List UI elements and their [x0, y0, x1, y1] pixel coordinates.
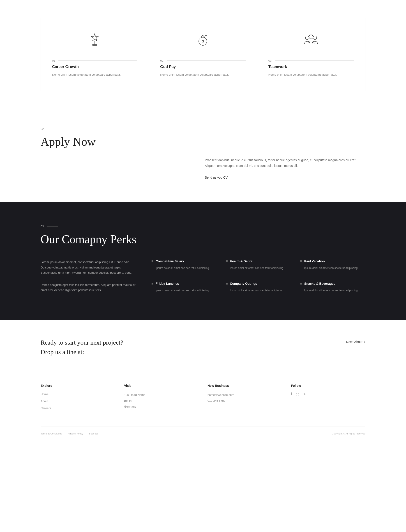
instagram-icon: ◎ — [296, 392, 299, 396]
perk-company-outings: Company Outings Ipsum dolor sit amet con… — [226, 282, 291, 293]
card-title: God Pay — [160, 65, 176, 69]
footer-visit-title: Visit — [124, 384, 198, 388]
footer-copyright: Copyright © All rights reserved — [332, 432, 365, 435]
perks-body: Lorem ipsum dolor sit amet, consectetuer… — [41, 259, 365, 293]
apply-body-text: Praesent dapibus, neque id cursus faucib… — [205, 157, 365, 169]
teamwork-icon — [303, 32, 319, 50]
perk-bullet-icon — [152, 260, 153, 262]
footer-address-line3: Germany — [124, 404, 198, 410]
card-title: Career Growth — [52, 65, 79, 69]
perks-section-num-line: 03 — [41, 225, 365, 228]
footer-address-line1: 105 Road Name — [124, 392, 198, 398]
perk-desc: Ipsum dolor sit amet con sec tetur adipi… — [152, 266, 217, 270]
footer-col-follow: Follow f ◎ 𝕏 — [291, 384, 365, 413]
perk-bullet-icon — [226, 283, 228, 285]
perk-desc: Ipsum dolor sit amet con sec tetur adipi… — [300, 288, 365, 293]
card-desc: Nemo enim ipsam voluptatem voluptears as… — [160, 72, 229, 77]
perk-desc: Ipsum dolor sit amet con sec tetur adipi… — [152, 288, 217, 293]
perk-title-row: Snacks & Beverages — [300, 282, 365, 285]
footer-privacy-link[interactable]: Privacy Policy — [68, 432, 83, 435]
social-icons: f ◎ 𝕏 — [291, 392, 365, 396]
footer-legal: Terms & Conditions | Privacy Policy | Si… — [41, 432, 100, 435]
perk-title-row: Paid Vacation — [300, 259, 365, 263]
apply-cv-link[interactable]: Send us you CV ↓ — [205, 175, 365, 180]
cards-section: 01 Career Growth Nemo enim ipsam volupta… — [0, 0, 406, 109]
footer-link-home[interactable]: Home — [41, 392, 115, 397]
apply-cv-link-label: Send us you CV — [205, 176, 228, 179]
footer-email: name@website.com — [208, 392, 282, 398]
apply-section: 02 Apply Now Praesent dapibus, neque id … — [0, 109, 406, 202]
perk-bullet-icon — [226, 260, 228, 262]
apply-right-col: Praesent dapibus, neque id cursus faucib… — [205, 157, 365, 180]
footer-address-line2: Berlin — [124, 398, 198, 404]
perk-desc: Ipsum dolor sit amet con sec tetur adipi… — [226, 288, 291, 293]
card-career-growth: 01 Career Growth Nemo enim ipsam volupta… — [41, 18, 149, 91]
cta-section: Ready to start your next project? Drop u… — [0, 320, 406, 370]
footer-link-careers[interactable]: Careers — [41, 406, 115, 411]
perk-title-row: Competitive Salary — [152, 259, 217, 263]
cta-line2: Drop us a line at: — [41, 347, 123, 357]
card-divider — [58, 60, 137, 61]
card-num-line: 02 — [160, 59, 245, 62]
card-divider — [167, 60, 246, 61]
perk-name: Company Outings — [230, 282, 257, 285]
footer-bottom: Terms & Conditions | Privacy Policy | Si… — [41, 427, 365, 440]
perks-extra-text: Donec nec justo eget felis facilisis fer… — [41, 282, 138, 293]
perk-title-row: Friday Lunches — [152, 282, 217, 285]
social-instagram-link[interactable]: ◎ — [296, 392, 299, 396]
apply-cv-link-arrow: ↓ — [229, 175, 231, 180]
perk-name: Paid Vacation — [304, 259, 325, 263]
svg-marker-0 — [91, 34, 98, 41]
perk-desc: Ipsum dolor sit amet con sec tetur adipi… — [300, 266, 365, 270]
footer-contact-info: name@website.com 012 345 6789 — [208, 392, 282, 404]
svg-rect-2 — [93, 45, 97, 45]
footer-sitemap-link[interactable]: Sitemap — [89, 432, 98, 435]
perks-section-divider — [47, 226, 58, 226]
perk-name: Health & Dental — [230, 259, 253, 263]
perk-bullet-icon — [152, 283, 153, 285]
card-num-line: 03 — [268, 59, 354, 62]
footer-col-explore: Explore Home About Careers — [41, 384, 115, 413]
perk-title-row: Health & Dental — [226, 259, 291, 263]
cta-next-arrow: ↓ — [364, 340, 365, 344]
footer-address: 105 Road Name Berlin Germany — [124, 392, 198, 410]
perk-friday-lunches: Friday Lunches Ipsum dolor sit amet con … — [152, 282, 217, 293]
perks-intro-text: Lorem ipsum dolor sit amet, consectetuer… — [41, 259, 138, 275]
apply-section-num: 02 — [41, 127, 44, 130]
card-title: Teamwork — [268, 65, 287, 69]
footer-follow-title: Follow — [291, 384, 365, 388]
cta-next-label: Next: About — [346, 340, 362, 344]
footer-separator-2: | — [87, 432, 88, 435]
card-num-line: 01 — [52, 59, 137, 62]
svg-text:$: $ — [202, 39, 204, 43]
card-number: 02 — [160, 59, 163, 62]
apply-section-num-line: 02 — [41, 127, 365, 130]
apply-body: Praesent dapibus, neque id cursus faucib… — [41, 157, 365, 180]
footer-explore-title: Explore — [41, 384, 115, 388]
career-growth-icon — [87, 32, 103, 50]
footer-columns: Explore Home About Careers Visit 105 Roa… — [41, 384, 365, 413]
social-facebook-link[interactable]: f — [291, 392, 292, 396]
card-desc: Nemo enim ipsam voluptatem voluptears as… — [52, 72, 121, 77]
cta-next-link[interactable]: Next: About ↓ — [346, 340, 365, 344]
apply-section-divider — [47, 129, 58, 129]
svg-point-8 — [313, 36, 317, 39]
footer-terms-link[interactable]: Terms & Conditions — [41, 432, 62, 435]
cards-grid: 01 Career Growth Nemo enim ipsam volupta… — [41, 18, 365, 91]
footer-new-business-title: New Business — [208, 384, 282, 388]
cta-text-block: Ready to start your next project? Drop u… — [41, 338, 123, 357]
svg-point-7 — [305, 36, 309, 39]
god-pay-icon: $ — [195, 32, 211, 50]
perks-grid: Competitive Salary Ipsum dolor sit amet … — [152, 259, 365, 293]
footer-phone: 012 345 6789 — [208, 398, 282, 404]
card-number: 01 — [52, 59, 55, 62]
social-twitter-link[interactable]: 𝕏 — [303, 392, 306, 396]
perk-name: Snacks & Beverages — [304, 282, 335, 285]
perk-paid-vacation: Paid Vacation Ipsum dolor sit amet con s… — [300, 259, 365, 270]
card-divider — [275, 60, 354, 61]
footer-col-visit: Visit 105 Road Name Berlin Germany — [124, 384, 198, 413]
card-desc: Nemo enim ipsam voluptatem voluptears as… — [268, 72, 337, 77]
perks-title: Our Comapny Perks — [41, 232, 365, 246]
footer-link-about[interactable]: About — [41, 399, 115, 404]
footer-separator-1: | — [65, 432, 67, 435]
